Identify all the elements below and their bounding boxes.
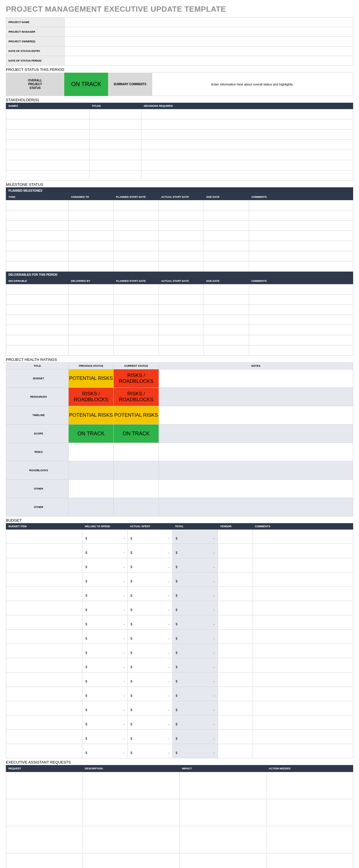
budget-comments[interactable]	[252, 687, 353, 701]
table-cell[interactable]	[204, 315, 249, 325]
budget-amount[interactable]: $-	[127, 687, 172, 701]
table-cell[interactable]	[89, 160, 141, 170]
table-cell[interactable]	[266, 799, 353, 826]
budget-comments[interactable]	[252, 558, 353, 572]
table-cell[interactable]	[159, 315, 203, 325]
table-cell[interactable]	[114, 335, 159, 345]
table-cell[interactable]	[114, 325, 159, 335]
budget-amount[interactable]: $-	[127, 587, 172, 601]
table-cell[interactable]	[204, 231, 249, 241]
budget-vendor[interactable]	[218, 687, 252, 701]
table-cell[interactable]	[68, 261, 113, 272]
budget-comments[interactable]	[252, 673, 353, 687]
table-cell[interactable]	[6, 294, 68, 305]
table-cell[interactable]	[6, 241, 68, 251]
budget-comments[interactable]	[252, 530, 353, 544]
table-cell[interactable]	[204, 294, 249, 305]
info-value[interactable]	[64, 37, 353, 46]
table-cell[interactable]	[204, 345, 249, 356]
table-cell[interactable]	[6, 109, 89, 119]
table-cell[interactable]	[180, 854, 266, 868]
table-cell[interactable]	[68, 305, 113, 315]
health-notes[interactable]	[159, 388, 353, 406]
budget-amount[interactable]: $-	[127, 544, 172, 558]
table-cell[interactable]	[114, 200, 159, 210]
budget-vendor[interactable]	[218, 601, 252, 615]
table-cell[interactable]	[180, 772, 266, 799]
budget-item[interactable]	[6, 673, 82, 687]
table-cell[interactable]	[141, 129, 353, 140]
table-cell[interactable]	[68, 210, 113, 221]
table-cell[interactable]	[180, 826, 266, 854]
table-cell[interactable]	[6, 261, 68, 272]
budget-item[interactable]	[6, 615, 82, 630]
table-cell[interactable]	[266, 854, 353, 868]
table-cell[interactable]	[204, 221, 249, 231]
budget-amount[interactable]: $-	[127, 658, 172, 673]
budget-amount[interactable]: $-	[82, 744, 127, 758]
table-cell[interactable]	[141, 170, 353, 181]
table-cell[interactable]	[249, 261, 353, 272]
table-cell[interactable]	[68, 231, 113, 241]
budget-vendor[interactable]	[218, 673, 252, 687]
table-cell[interactable]	[159, 231, 203, 241]
budget-item[interactable]	[6, 715, 82, 730]
table-cell[interactable]	[6, 150, 89, 160]
table-cell[interactable]	[141, 150, 353, 160]
table-cell[interactable]	[114, 231, 159, 241]
budget-item[interactable]	[6, 644, 82, 658]
table-cell[interactable]	[114, 294, 159, 305]
health-notes[interactable]	[159, 461, 353, 480]
table-cell[interactable]	[82, 799, 180, 826]
table-cell[interactable]	[6, 826, 82, 854]
budget-comments[interactable]	[252, 644, 353, 658]
table-cell[interactable]	[204, 335, 249, 345]
table-cell[interactable]	[159, 305, 203, 315]
table-cell[interactable]	[6, 345, 68, 356]
budget-amount[interactable]: $-	[82, 630, 127, 644]
table-cell[interactable]	[266, 772, 353, 799]
budget-amount[interactable]: $-	[127, 558, 172, 572]
health-notes[interactable]	[159, 498, 353, 517]
budget-vendor[interactable]	[218, 658, 252, 673]
budget-item[interactable]	[6, 544, 82, 558]
table-cell[interactable]	[141, 109, 353, 119]
table-cell[interactable]	[249, 221, 353, 231]
budget-amount[interactable]: $-	[127, 601, 172, 615]
budget-amount[interactable]: $-	[82, 701, 127, 715]
health-notes[interactable]	[159, 425, 353, 443]
budget-amount[interactable]: $-	[82, 558, 127, 572]
table-cell[interactable]	[6, 305, 68, 315]
table-cell[interactable]	[6, 335, 68, 345]
table-cell[interactable]	[6, 315, 68, 325]
table-cell[interactable]	[114, 221, 159, 231]
table-cell[interactable]	[159, 210, 203, 221]
table-cell[interactable]	[89, 119, 141, 129]
budget-vendor[interactable]	[218, 715, 252, 730]
table-cell[interactable]	[6, 799, 82, 826]
table-cell[interactable]	[89, 129, 141, 140]
table-cell[interactable]	[114, 305, 159, 315]
budget-amount[interactable]: $-	[82, 572, 127, 587]
budget-amount[interactable]: $-	[82, 730, 127, 744]
budget-vendor[interactable]	[218, 544, 252, 558]
table-cell[interactable]	[159, 284, 203, 294]
health-notes[interactable]	[159, 480, 353, 498]
table-cell[interactable]	[249, 284, 353, 294]
budget-amount[interactable]: $-	[82, 658, 127, 673]
table-cell[interactable]	[82, 772, 180, 799]
budget-amount[interactable]: $-	[82, 715, 127, 730]
table-cell[interactable]	[159, 251, 203, 261]
budget-comments[interactable]	[252, 615, 353, 630]
budget-amount[interactable]: $-	[127, 673, 172, 687]
table-cell[interactable]	[141, 160, 353, 170]
budget-amount[interactable]: $-	[127, 744, 172, 758]
table-cell[interactable]	[68, 315, 113, 325]
table-cell[interactable]	[68, 345, 113, 356]
table-cell[interactable]	[159, 335, 203, 345]
table-cell[interactable]	[159, 345, 203, 356]
table-cell[interactable]	[6, 325, 68, 335]
budget-vendor[interactable]	[218, 615, 252, 630]
table-cell[interactable]	[249, 325, 353, 335]
budget-amount[interactable]: $-	[127, 630, 172, 644]
